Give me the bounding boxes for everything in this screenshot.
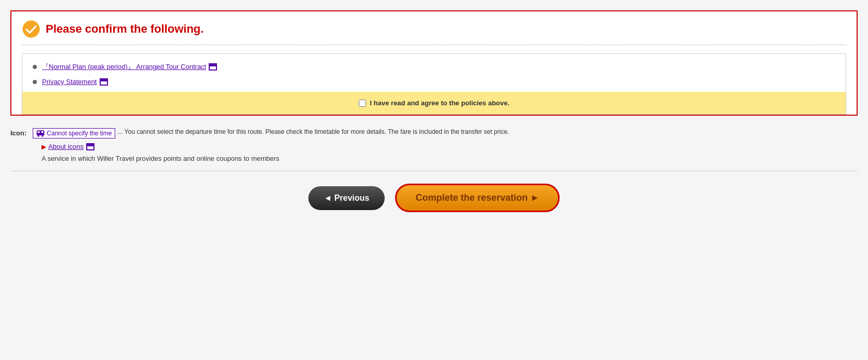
agree-text: I have read and agree to the policies ab… <box>370 99 510 107</box>
bottom-divider <box>10 171 858 171</box>
link-row-2: Privacy Statement <box>33 78 835 86</box>
previous-button[interactable]: ◄ Previous <box>308 186 385 210</box>
confirm-title: Please confirm the following. <box>46 22 204 36</box>
complete-reservation-button[interactable]: Complete the reservation ► <box>395 184 560 212</box>
icon-main-row: Icon: Cannot specify the time ... You ca… <box>10 128 858 139</box>
window-icon-1 <box>209 63 217 71</box>
svg-rect-2 <box>37 131 39 133</box>
arrow-icon: ▶ <box>42 143 46 150</box>
icon-section: Icon: Cannot specify the time ... You ca… <box>10 128 858 162</box>
bullet-1 <box>33 65 37 69</box>
svg-point-6 <box>42 135 43 136</box>
icon-label: Icon: <box>10 128 26 137</box>
privacy-statement-link[interactable]: Privacy Statement <box>42 78 97 86</box>
svg-point-5 <box>38 135 39 136</box>
window-icon-2 <box>100 78 108 86</box>
button-row: ◄ Previous Complete the reservation ► <box>10 184 858 223</box>
service-info: A service in which Willer Travel provide… <box>42 155 858 162</box>
check-circle-icon <box>22 20 40 38</box>
link-row-1: 『Normal Plan (peak period)』 Arranged Tou… <box>33 62 835 72</box>
confirm-outer-box: Please confirm the following. 『Normal Pl… <box>10 10 858 116</box>
svg-rect-4 <box>37 134 44 135</box>
dotted-divider <box>22 45 846 45</box>
about-icons-row: ▶ About icons <box>42 143 858 150</box>
window-icon-3 <box>86 143 94 150</box>
svg-point-0 <box>23 21 39 37</box>
agree-row: I have read and agree to the policies ab… <box>22 92 846 114</box>
bus-icon <box>36 130 45 137</box>
bullet-2 <box>33 80 37 84</box>
agree-label[interactable]: I have read and agree to the policies ab… <box>359 99 510 107</box>
policies-inner-box: 『Normal Plan (peak period)』 Arranged Tou… <box>22 53 846 115</box>
about-icons-link[interactable]: About icons <box>48 143 84 150</box>
agree-checkbox[interactable] <box>359 100 366 107</box>
arranged-tour-link[interactable]: 『Normal Plan (peak period)』 Arranged Tou… <box>42 62 206 72</box>
cannot-specify-text: Cannot specify the time <box>47 130 112 137</box>
icon-description: ... You cannot select the departure time… <box>117 128 858 135</box>
svg-rect-3 <box>42 131 44 133</box>
header-row: Please confirm the following. <box>22 20 846 38</box>
cannot-specify-tag: Cannot specify the time <box>33 128 115 139</box>
